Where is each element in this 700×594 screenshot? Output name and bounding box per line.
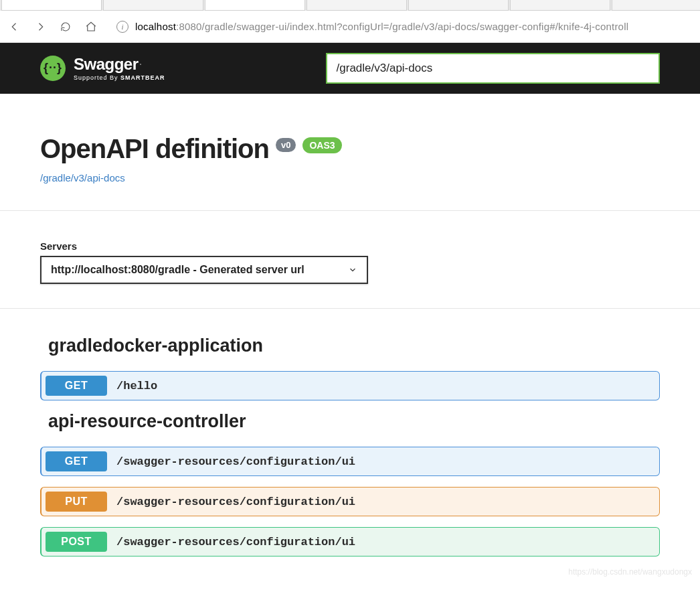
- api-title: OpenAPI definition: [40, 134, 269, 164]
- tag-name[interactable]: gradledocker-application: [40, 336, 660, 356]
- spec-url-input-wrap: [326, 53, 660, 84]
- operation-path: /swagger-resources/configuration/ui: [116, 496, 355, 508]
- servers-select[interactable]: http://localhost:8080/gradle - Generated…: [40, 256, 368, 284]
- operation-path: /swagger-resources/configuration/ui: [116, 536, 355, 548]
- operations-section: gradledocker-applicationGET/helloapi-res…: [0, 309, 700, 587]
- browser-tab-strip: [0, 0, 700, 11]
- url-path: :8080/gradle/swagger-ui/index.html?confi…: [176, 21, 628, 32]
- method-badge: GET: [46, 451, 107, 471]
- method-badge: POST: [46, 532, 107, 552]
- method-badge: PUT: [46, 492, 107, 512]
- browser-tab[interactable]: [1, 0, 102, 11]
- url-bar[interactable]: i localhost:8080/gradle/swagger-ui/index…: [110, 21, 692, 33]
- tag-name[interactable]: api-resource-controller: [40, 411, 660, 432]
- swagger-topbar: {··} Swagger. Supported By SMARTBEAR: [0, 43, 700, 94]
- swagger-name: Swagger.: [74, 56, 165, 73]
- browser-toolbar: i localhost:8080/gradle/swagger-ui/index…: [0, 11, 700, 43]
- home-button[interactable]: [84, 20, 98, 33]
- refresh-button[interactable]: [59, 20, 72, 33]
- operation-block[interactable]: GET/hello: [40, 371, 660, 400]
- chevron-down-icon: [348, 265, 357, 275]
- browser-tab[interactable]: [103, 0, 203, 11]
- operation-path: /hello: [116, 380, 157, 392]
- forward-button[interactable]: [33, 20, 47, 33]
- browser-tab[interactable]: [510, 0, 610, 11]
- method-badge: GET: [46, 376, 107, 396]
- browser-tab[interactable]: [205, 0, 305, 11]
- swagger-brackets-icon: {··}: [40, 56, 66, 81]
- swagger-logo[interactable]: {··} Swagger. Supported By SMARTBEAR: [40, 56, 165, 81]
- browser-tab[interactable]: [612, 0, 700, 11]
- operation-block[interactable]: POST/swagger-resources/configuration/ui: [40, 527, 660, 556]
- page-info-icon[interactable]: i: [116, 21, 128, 33]
- servers-section: Servers http://localhost:8080/gradle - G…: [0, 211, 700, 309]
- servers-selected: http://localhost:8080/gradle - Generated…: [51, 264, 304, 276]
- oas-badge: OAS3: [302, 137, 341, 153]
- operation-block[interactable]: GET/swagger-resources/configuration/ui: [40, 447, 660, 476]
- browser-tab[interactable]: [307, 0, 407, 11]
- url-text: localhost:8080/gradle/swagger-ui/index.h…: [135, 21, 628, 32]
- swagger-supported-by: Supported By SMARTBEAR: [74, 74, 165, 81]
- servers-label: Servers: [40, 240, 660, 252]
- spec-url-input[interactable]: [337, 62, 649, 75]
- operation-block[interactable]: PUT/swagger-resources/configuration/ui: [40, 487, 660, 516]
- back-button[interactable]: [8, 20, 21, 33]
- watermark: https://blog.csdn.net/wangxudongx: [568, 567, 692, 577]
- version-badge: v0: [276, 138, 296, 152]
- url-host: localhost: [135, 21, 176, 32]
- operation-path: /swagger-resources/configuration/ui: [116, 455, 355, 468]
- api-docs-link[interactable]: /gradle/v3/api-docs: [40, 172, 660, 183]
- api-header: OpenAPI definition v0 OAS3 /gradle/v3/ap…: [0, 94, 700, 211]
- browser-tab[interactable]: [408, 0, 509, 11]
